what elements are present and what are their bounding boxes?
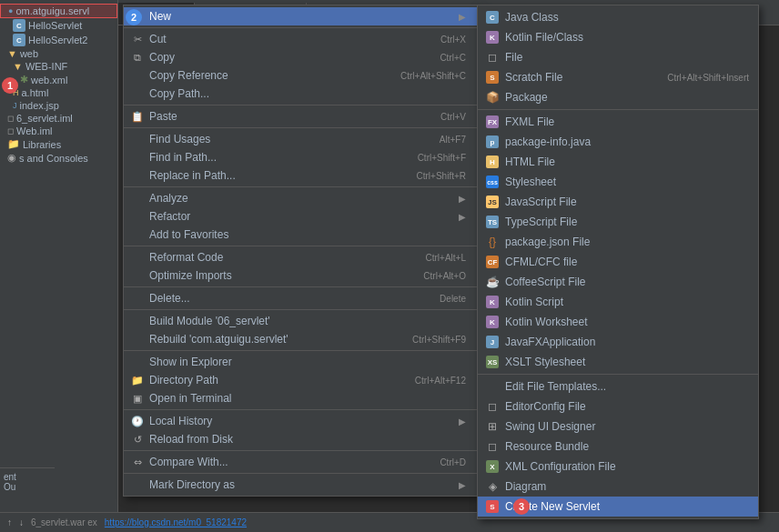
submenu-item-html[interactable]: H HTML File <box>478 152 758 172</box>
submenu-item-scratch[interactable]: S Scratch File Ctrl+Alt+Shift+Insert <box>478 67 758 87</box>
submenu-item-stylesheet[interactable]: css Stylesheet <box>478 172 758 192</box>
menu-item-findinpath[interactable]: Find in Path... Ctrl+Shift+F <box>124 148 477 166</box>
menu-item-localhistory[interactable]: 🕐 Local History ▶ <box>124 412 477 430</box>
separator-2 <box>124 105 477 105</box>
menu-item-markdiras[interactable]: Mark Directory as ▶ <box>124 476 477 494</box>
xml-icon: ✱ <box>20 74 28 85</box>
pkginfo-icon: p <box>485 135 500 149</box>
submenu-item-package[interactable]: 📦 Package <box>478 87 758 107</box>
menu-item-directorypath[interactable]: 📁 Directory Path Ctrl+Alt+F12 <box>124 371 477 389</box>
findinpath-icon <box>131 151 144 164</box>
submenu-item-pkginfo[interactable]: p package-info.java <box>478 132 758 152</box>
submenu-item-ktscript[interactable]: K Kotlin Script <box>478 292 758 312</box>
menu-item-optimize[interactable]: Optimize Imports Ctrl+Alt+O <box>124 266 477 285</box>
sidebar-item-webinf[interactable]: ▼ WEB-INF <box>0 60 117 73</box>
shortcut-directorypath: Ctrl+Alt+F12 <box>415 376 466 386</box>
history-icon: 🕐 <box>131 415 144 427</box>
submenu-item-js[interactable]: JS JavaScript File <box>478 192 758 212</box>
analyze-icon <box>131 192 144 205</box>
menu-item-buildmodule[interactable]: Build Module '06_servlet' <box>124 312 477 330</box>
sidebar-item-iml[interactable]: ◻ 6_servlet.iml <box>0 112 117 125</box>
sidebar-item-label: WEB-INF <box>25 61 67 72</box>
sidebar-item-package[interactable]: ● om.atguigu.servl <box>0 4 117 18</box>
submenu-item-diagram[interactable]: ◈ Diagram <box>478 477 758 497</box>
scratch-icon: S <box>485 70 500 85</box>
submenu-item-xslt[interactable]: XS XSLT Stylesheet <box>478 352 758 372</box>
menu-item-copypath[interactable]: Copy Path... <box>124 85 477 103</box>
copy-icon: ⧉ <box>131 51 144 64</box>
separator-11 <box>124 473 477 474</box>
submenu-item-coffee[interactable]: ☕ CoffeeScript File <box>478 272 758 292</box>
sidebar-item-label: web <box>20 48 38 59</box>
menu-item-new[interactable]: + New ▶ <box>124 7 477 25</box>
menu-item-reload[interactable]: ↺ Reload from Disk <box>124 430 477 448</box>
menu-item-copyref[interactable]: Copy Reference Ctrl+Alt+Shift+C <box>124 66 477 85</box>
menu-label-copy: Copy <box>149 51 434 64</box>
menu-item-comparewith[interactable]: ⇔ Compare With... Ctrl+D <box>124 453 477 471</box>
submenu-item-pkgjson[interactable]: {} package.json File <box>478 232 758 252</box>
menu-label-copyref: Copy Reference <box>149 69 395 82</box>
mark-icon <box>131 478 144 491</box>
menu-label-favorites: Add to Favorites <box>149 228 466 241</box>
menu-item-openinterminal[interactable]: ▣ Open in Terminal <box>124 389 477 407</box>
reformat-icon <box>131 251 144 264</box>
sidebar-item-web[interactable]: ▼ web <box>0 47 117 60</box>
reload-icon: ↺ <box>131 433 144 446</box>
menu-item-showinexplorer[interactable]: Show in Explorer <box>124 353 477 371</box>
menu-label-findinpath: Find in Path... <box>149 151 412 164</box>
submenu-item-edittemplate[interactable]: Edit File Templates... <box>478 376 758 396</box>
sidebar-item-webiml[interactable]: ◻ Web.iml <box>0 125 117 137</box>
shortcut-compare: Ctrl+D <box>440 457 466 467</box>
submenu-item-fxml[interactable]: FX FXML File <box>478 112 758 132</box>
submenu-item-swingui[interactable]: ⊞ Swing UI Designer <box>478 417 758 437</box>
sub-separator-1 <box>478 109 758 110</box>
submenu-label-edittemplate: Edit File Templates... <box>505 380 749 393</box>
menu-label-analyze: Analyze <box>149 192 450 205</box>
sidebar-item-label: 6_servlet.iml <box>16 113 73 124</box>
jsp-icon: J <box>13 101 17 110</box>
menu-item-rebuild[interactable]: Rebuild 'com.atguigu.servlet' Ctrl+Shift… <box>124 330 477 348</box>
submenu-item-file[interactable]: ◻ File <box>478 47 758 67</box>
submenu-item-editorconfig[interactable]: ◻ EditorConfig File <box>478 396 758 417</box>
submenu-item-kotlinclass[interactable]: K Kotlin File/Class <box>478 27 758 47</box>
menu-item-reformat[interactable]: Reformat Code Ctrl+Alt+L <box>124 248 477 266</box>
menu-item-delete[interactable]: Delete... Delete <box>124 289 477 307</box>
xmlconfig-icon: X <box>485 459 500 474</box>
menu-item-analyze[interactable]: Analyze ▶ <box>124 189 477 207</box>
submenu-item-cfml[interactable]: CF CFML/CFC file <box>478 252 758 272</box>
status-link[interactable]: https://blog.csdn.net/m0_51821472 <box>105 517 247 527</box>
menu-item-copy[interactable]: ⧉ Copy Ctrl+C <box>124 48 477 66</box>
badge-2: 2 <box>126 9 142 25</box>
menu-item-favorites[interactable]: Add to Favorites <box>124 226 477 244</box>
panel-label-ou: Ou <box>4 482 51 492</box>
submenu-label-resourcebundle: Resource Bundle <box>505 440 749 453</box>
submenu-item-javaclass[interactable]: C Java Class <box>478 7 758 27</box>
menu-item-paste[interactable]: 📋 Paste Ctrl+V <box>124 107 477 125</box>
xslt-icon: XS <box>485 355 500 369</box>
bottom-panel: ent Ou <box>0 467 55 496</box>
sidebar-item-libraries[interactable]: 📁 Libraries <box>0 137 117 151</box>
sidebar-item-indexjsp[interactable]: J index.jsp <box>0 99 117 112</box>
sidebar-item-consoles[interactable]: ◉ s and Consoles <box>0 151 117 165</box>
submenu-label-scratch: Scratch File <box>505 71 662 84</box>
sidebar-item-helloservlet2[interactable]: C HelloServlet2 <box>0 33 117 47</box>
menu-item-replaceinpath[interactable]: Replace in Path... Ctrl+Shift+R <box>124 166 477 185</box>
separator-6 <box>124 286 477 287</box>
submenu-item-javafx[interactable]: J JavaFXApplication <box>478 332 758 352</box>
folder-icon: ▼ <box>13 61 23 72</box>
refactor-arrow: ▶ <box>459 212 466 222</box>
menu-label-rebuild: Rebuild 'com.atguigu.servlet' <box>149 333 407 346</box>
submenu-item-ts[interactable]: TS TypeScript File <box>478 212 758 232</box>
menu-item-refactor[interactable]: Refactor ▶ <box>124 207 477 226</box>
panel-label-ent: ent <box>4 472 51 482</box>
submenu-item-resourcebundle[interactable]: ◻ Resource Bundle <box>478 437 758 457</box>
menu-label-paste: Paste <box>149 110 435 123</box>
submenu-item-ktworksheet[interactable]: K Kotlin Worksheet <box>478 312 758 332</box>
optimize-icon <box>131 269 144 282</box>
submenu-item-xmlconfig[interactable]: X XML Configuration File <box>478 457 758 477</box>
html-icon2: H <box>485 155 500 169</box>
sidebar-item-helloservlet[interactable]: C HelloServlet <box>0 18 117 33</box>
menu-item-cut[interactable]: ✂ Cut Ctrl+X <box>124 30 477 48</box>
menu-item-findusages[interactable]: Find Usages Alt+F7 <box>124 130 477 148</box>
submenu-label-pkgjson: package.json File <box>505 236 749 248</box>
